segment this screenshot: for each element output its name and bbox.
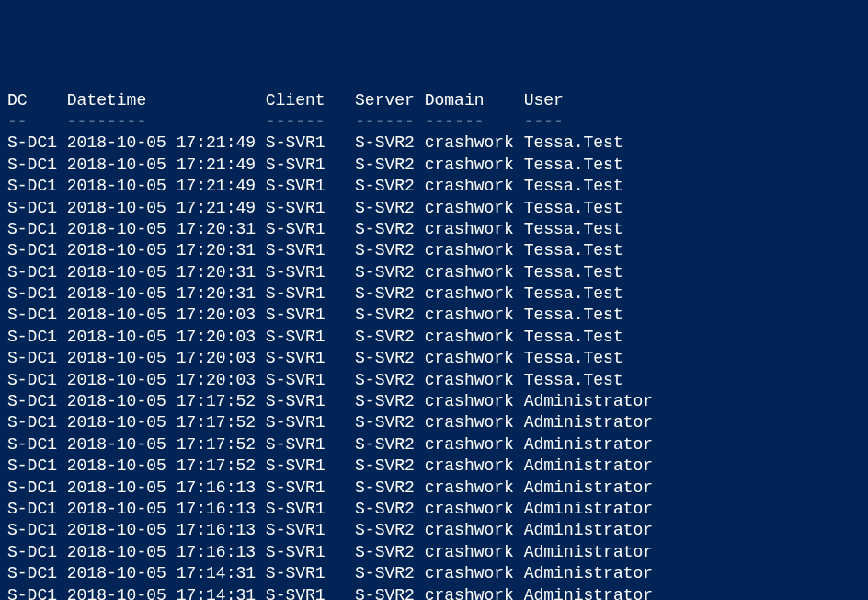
table-row: S-DC1 2018-10-05 17:21:49 S-SVR1 S-SVR2 … xyxy=(7,133,861,154)
table-row: S-DC1 2018-10-05 17:20:03 S-SVR1 S-SVR2 … xyxy=(7,348,861,369)
table-row: S-DC1 2018-10-05 17:17:52 S-SVR1 S-SVR2 … xyxy=(7,412,861,433)
table-row: S-DC1 2018-10-05 17:16:13 S-SVR1 S-SVR2 … xyxy=(7,520,861,541)
table-row: S-DC1 2018-10-05 17:16:13 S-SVR1 S-SVR2 … xyxy=(7,478,861,499)
table-row: S-DC1 2018-10-05 17:20:03 S-SVR1 S-SVR2 … xyxy=(7,327,861,348)
table-row: S-DC1 2018-10-05 17:14:31 S-SVR1 S-SVR2 … xyxy=(7,563,861,584)
header-underline-row: -- -------- ------ ------ ------ ---- xyxy=(7,111,861,133)
table-row: S-DC1 2018-10-05 17:20:31 S-SVR1 S-SVR2 … xyxy=(7,283,861,305)
header-row: DC Datetime Client Server Domain User xyxy=(7,90,861,111)
table-row: S-DC1 2018-10-05 17:21:49 S-SVR1 S-SVR2 … xyxy=(7,176,861,197)
table-row: S-DC1 2018-10-05 17:17:52 S-SVR1 S-SVR2 … xyxy=(7,434,861,456)
table-row: S-DC1 2018-10-05 17:20:31 S-SVR1 S-SVR2 … xyxy=(7,262,861,283)
table-row: S-DC1 2018-10-05 17:21:49 S-SVR1 S-SVR2 … xyxy=(7,198,861,219)
table-row: S-DC1 2018-10-05 17:17:52 S-SVR1 S-SVR2 … xyxy=(7,391,861,412)
table-row: S-DC1 2018-10-05 17:17:52 S-SVR1 S-SVR2 … xyxy=(7,456,861,477)
table-row: S-DC1 2018-10-05 17:20:31 S-SVR1 S-SVR2 … xyxy=(7,240,861,261)
table-row: S-DC1 2018-10-05 17:20:03 S-SVR1 S-SVR2 … xyxy=(7,370,861,391)
table-row: S-DC1 2018-10-05 17:16:13 S-SVR1 S-SVR2 … xyxy=(7,542,861,563)
table-row: S-DC1 2018-10-05 17:21:49 S-SVR1 S-SVR2 … xyxy=(7,155,861,176)
table-row: S-DC1 2018-10-05 17:16:13 S-SVR1 S-SVR2 … xyxy=(7,499,861,520)
table-row: S-DC1 2018-10-05 17:14:31 S-SVR1 S-SVR2 … xyxy=(7,585,861,600)
table-row: S-DC1 2018-10-05 17:20:03 S-SVR1 S-SVR2 … xyxy=(7,305,861,326)
table-row: S-DC1 2018-10-05 17:20:31 S-SVR1 S-SVR2 … xyxy=(7,219,861,240)
terminal-output: DC Datetime Client Server Domain User-- … xyxy=(7,90,861,600)
